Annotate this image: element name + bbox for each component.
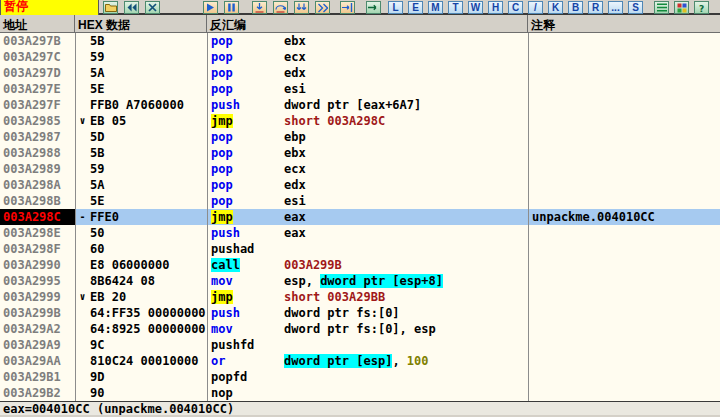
disasm-cell[interactable]: popecx <box>207 161 528 177</box>
close-program-button[interactable] <box>145 1 160 14</box>
address-cell[interactable]: 003A29B1 <box>0 369 75 385</box>
disasm-row[interactable]: 003A297D5Apopedx <box>0 65 720 81</box>
disasm-cell[interactable]: jmpeax <box>207 209 528 225</box>
address-cell[interactable]: 003A298F <box>0 241 75 257</box>
disasm-cell[interactable]: popecx <box>207 49 528 65</box>
address-cell[interactable]: 003A298B <box>0 193 75 209</box>
executable-modules-button[interactable]: E <box>408 1 423 14</box>
comment-cell[interactable] <box>528 321 720 337</box>
cpu-window-button[interactable]: C <box>508 1 523 14</box>
disasm-row[interactable]: 003A29885Bpopebx <box>0 145 720 161</box>
log-window-button[interactable]: L <box>388 1 403 14</box>
hex-cell[interactable]: 5A <box>75 65 207 81</box>
call-stack-button[interactable]: K <box>548 1 563 14</box>
hex-cell[interactable]: ∨EB 05 <box>75 113 207 129</box>
disasm-row[interactable]: 003A298E50pusheax <box>0 225 720 241</box>
comment-cell[interactable] <box>528 65 720 81</box>
disasm-cell[interactable]: jmpshort 003A29BB <box>207 289 528 305</box>
disasm-row[interactable]: 003A2999∨EB 20jmpshort 003A29BB <box>0 289 720 305</box>
disasm-cell[interactable]: popebx <box>207 145 528 161</box>
disasm-row[interactable]: 003A298A5Apopedx <box>0 177 720 193</box>
hex-cell[interactable]: 60 <box>75 241 207 257</box>
comment-cell[interactable] <box>528 129 720 145</box>
hex-cell[interactable]: FFB0 A7060000 <box>75 97 207 113</box>
disasm-row[interactable]: 003A298B5Epopesi <box>0 193 720 209</box>
disasm-row[interactable]: 003A29AA810C24 00010000ordword ptr [esp]… <box>0 353 720 369</box>
step-into-button[interactable] <box>252 1 267 14</box>
comment-cell[interactable] <box>528 161 720 177</box>
comment-cell[interactable] <box>528 33 720 49</box>
comment-cell[interactable] <box>528 241 720 257</box>
address-cell[interactable]: 003A297D <box>0 65 75 81</box>
address-cell[interactable]: 003A2989 <box>0 161 75 177</box>
comment-cell[interactable] <box>528 177 720 193</box>
disasm-cell[interactable]: pushfd <box>207 337 528 353</box>
disasm-cell[interactable]: pushdword ptr [eax+6A7] <box>207 97 528 113</box>
comment-cell[interactable] <box>528 145 720 161</box>
hex-cell[interactable]: 50 <box>75 225 207 241</box>
comment-cell[interactable] <box>528 81 720 97</box>
hex-cell[interactable]: 9C <box>75 337 207 353</box>
address-cell[interactable]: 003A298C <box>0 209 75 225</box>
comment-cell[interactable] <box>528 369 720 385</box>
hex-cell[interactable]: -FFE0 <box>75 209 207 225</box>
disasm-cell[interactable]: pushdword ptr fs:[0] <box>207 305 528 321</box>
disasm-row[interactable]: 003A298C-FFE0jmpeaxunpackme.004010CC <box>0 209 720 225</box>
comment-cell[interactable] <box>528 305 720 321</box>
disasm-cell[interactable]: jmpshort 003A298C <box>207 113 528 129</box>
open-file-button[interactable] <box>103 1 118 14</box>
memory-map-button[interactable]: M <box>428 1 443 14</box>
disasm-row[interactable]: 003A29B290nop <box>0 385 720 401</box>
disasm-row[interactable]: 003A299B64:FF35 00000000pushdword ptr fs… <box>0 305 720 321</box>
disasm-row[interactable]: 003A297E5Epopesi <box>0 81 720 97</box>
hex-cell[interactable]: 5E <box>75 193 207 209</box>
comment-cell[interactable] <box>528 97 720 113</box>
disasm-row[interactable]: 003A29875Dpopebp <box>0 129 720 145</box>
disasm-cell[interactable]: movesp, dword ptr [esp+8] <box>207 273 528 289</box>
patches-button[interactable]: / <box>528 1 543 14</box>
column-header-hex[interactable]: HEX 数据 <box>75 15 207 32</box>
address-cell[interactable]: 003A2985 <box>0 113 75 129</box>
disasm-cell[interactable]: call003A299B <box>207 257 528 273</box>
disasm-cell[interactable]: popesi <box>207 81 528 97</box>
disasm-row[interactable]: 003A298F60pushad <box>0 241 720 257</box>
disasm-cell[interactable]: popebp <box>207 129 528 145</box>
disasm-cell[interactable]: popesi <box>207 193 528 209</box>
column-divider[interactable] <box>207 33 208 401</box>
disasm-cell[interactable]: movdword ptr fs:[0], esp <box>207 321 528 337</box>
animate-over-button[interactable] <box>315 1 330 14</box>
address-cell[interactable]: 003A2990 <box>0 257 75 273</box>
column-header-comment[interactable]: 注释 <box>528 15 720 32</box>
comment-cell[interactable]: unpackme.004010CC <box>528 209 720 225</box>
hex-cell[interactable]: 5E <box>75 81 207 97</box>
disasm-row[interactable]: 003A29A99Cpushfd <box>0 337 720 353</box>
comment-cell[interactable] <box>528 353 720 369</box>
hex-cell[interactable]: 810C24 00010000 <box>75 353 207 369</box>
animate-into-button[interactable] <box>294 1 309 14</box>
address-cell[interactable]: 003A298E <box>0 225 75 241</box>
comment-cell[interactable] <box>528 289 720 305</box>
pause-button[interactable] <box>224 1 239 14</box>
comment-cell[interactable] <box>528 273 720 289</box>
hex-cell[interactable]: 59 <box>75 161 207 177</box>
run-trace-button[interactable]: ... <box>608 1 623 14</box>
address-cell[interactable]: 003A297F <box>0 97 75 113</box>
address-cell[interactable]: 003A29B2 <box>0 385 75 401</box>
address-cell[interactable]: 003A299B <box>0 305 75 321</box>
goto-user-code-button[interactable] <box>366 1 381 14</box>
hex-cell[interactable]: 5B <box>75 33 207 49</box>
hex-cell[interactable]: 90 <box>75 385 207 401</box>
execute-till-return-button[interactable] <box>340 1 355 14</box>
disasm-cell[interactable]: popebx <box>207 33 528 49</box>
comment-cell[interactable] <box>528 225 720 241</box>
disasm-cell[interactable]: popedx <box>207 177 528 193</box>
hex-cell[interactable]: 5A <box>75 177 207 193</box>
disasm-cell[interactable]: ordword ptr [esp], 100 <box>207 353 528 369</box>
comment-cell[interactable] <box>528 385 720 401</box>
address-cell[interactable]: 003A29A2 <box>0 321 75 337</box>
disasm-row[interactable]: 003A2990E8 06000000call003A299B <box>0 257 720 273</box>
windows-button[interactable]: W <box>468 1 483 14</box>
disasm-row[interactable]: 003A29A264:8925 00000000movdword ptr fs:… <box>0 321 720 337</box>
address-cell[interactable]: 003A2988 <box>0 145 75 161</box>
hex-cell[interactable]: 8B6424 08 <box>75 273 207 289</box>
